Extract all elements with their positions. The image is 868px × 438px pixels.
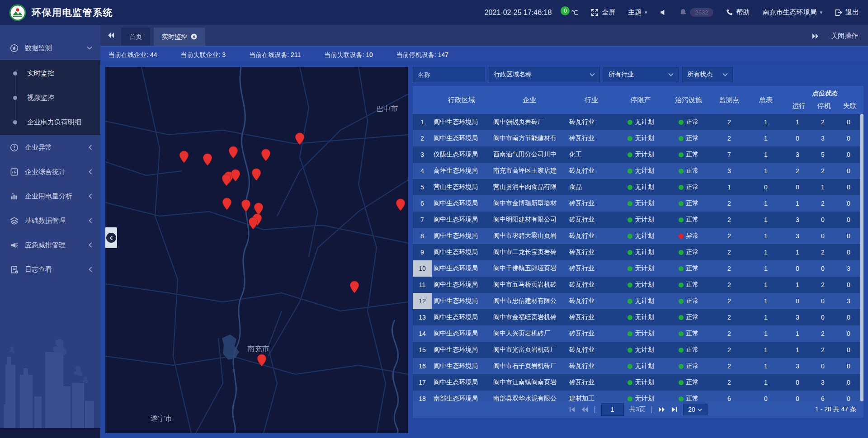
prev-page-button[interactable]	[581, 406, 588, 413]
table-row[interactable]: 6阆中生态环境局阆中市金博瑞新型墙材砖瓦行业无计划正常21120	[413, 195, 863, 212]
pagination-separator: |	[651, 405, 652, 414]
table-row[interactable]: 5营山生态环境局营山县润丰肉食品有限食品无计划正常10010	[413, 179, 863, 195]
map-pin-icon[interactable]	[251, 168, 261, 181]
region-cell: 阆中生态环境局	[432, 260, 491, 277]
region-select[interactable]: 行政区域名称	[489, 67, 600, 82]
close-operations-button[interactable]: 关闭操作	[831, 32, 858, 40]
page-number-input[interactable]	[601, 403, 624, 416]
sidebar-item-data-monitoring[interactable]: 数据监测	[0, 36, 100, 60]
meter-cell: 1	[747, 228, 784, 244]
map-pin-icon[interactable]	[228, 146, 238, 159]
industry-select[interactable]: 所有行业	[604, 67, 679, 82]
map-pin-icon[interactable]	[396, 198, 406, 211]
map-collapse-button[interactable]	[105, 227, 117, 248]
notifications-button[interactable]: 2632	[679, 8, 714, 17]
org-menu[interactable]: 南充市生态环境局 ▾	[762, 8, 822, 17]
tab-close-icon[interactable]	[191, 33, 197, 40]
help-button[interactable]: 帮助	[726, 8, 750, 17]
meter-cell: 0	[747, 179, 784, 195]
lost-count-cell: 0	[835, 130, 862, 146]
sidebar-bottom-strip	[0, 428, 100, 438]
industry-cell: 砖瓦行业	[567, 130, 615, 146]
table-row[interactable]: 7阆中生态环境局阆中明阳建材有限公司砖瓦行业无计划正常21300	[413, 212, 863, 228]
sidebar-submenu-data-monitoring: 实时监控 视频监控 企业电力负荷明细	[0, 60, 100, 135]
row-index-cell: 4	[413, 163, 432, 179]
map-pin-icon[interactable]	[248, 217, 258, 230]
status-dot-green	[627, 201, 632, 206]
company-cell: 西南油气田分公司川中	[491, 146, 567, 163]
table-row[interactable]: 4高坪生态环境局南充市高坪区王家店建砖瓦行业无计划正常31220	[413, 163, 863, 179]
map-pin-icon[interactable]	[222, 174, 231, 186]
points-cell: 2	[711, 244, 747, 260]
table-row[interactable]: 8阆中生态环境局阆中市枣碧大梁山页岩砖瓦行业无计划异常21300	[413, 228, 863, 244]
sound-mute-button[interactable]	[660, 9, 667, 16]
region-cell: 阆中生态环境局	[432, 130, 491, 146]
table-row[interactable]: 10阆中生态环境局阆中千佛镇五郎垭页岩砖瓦行业无计划正常21003	[413, 260, 863, 277]
tab-home[interactable]: 首页	[121, 28, 150, 46]
status-dot-green	[627, 396, 632, 401]
table-row[interactable]: 9阆中生态环境局阆中市二龙长宝页岩砖砖瓦行业无计划正常21120	[413, 244, 863, 260]
stop-count-cell: 3	[811, 130, 835, 146]
industry-cell: 砖瓦行业	[567, 358, 615, 374]
sidebar-item-video-monitoring[interactable]: 视频监控	[0, 85, 100, 110]
stat-item: 当前在线设备:211	[249, 51, 301, 59]
tab-realtime-monitoring[interactable]: 实时监控	[154, 28, 205, 46]
sidebar-item-log-view[interactable]: 日志查看	[0, 257, 100, 282]
tabs-scroll-right-button[interactable]	[812, 33, 819, 39]
map-pin-icon[interactable]	[261, 149, 271, 161]
table-row[interactable]: 15阆中生态环境局阆中市光富页岩机砖厂砖瓦行业无计划正常21120	[413, 342, 863, 358]
status-dot-green	[627, 380, 632, 385]
sidebar-item-base-data[interactable]: 基础数据管理	[0, 208, 100, 233]
next-page-button[interactable]	[658, 406, 665, 413]
page-size-select[interactable]: 20	[683, 404, 708, 415]
fullscreen-button[interactable]: 全屏	[591, 8, 615, 17]
sidebar-item-emergency-reduction[interactable]: 应急减排管理	[0, 233, 100, 257]
theme-menu[interactable]: 主题 ▾	[628, 8, 647, 17]
table-row[interactable]: 1阆中生态环境局阆中强锐页岩砖厂砖瓦行业无计划正常21120	[413, 114, 863, 130]
monitor-table-panel: 行政区域名称 所有行业 所有状态 行政区域 企业 行业 停限产 治污设施 监测点…	[413, 67, 863, 433]
industry-cell: 砖瓦行业	[567, 195, 615, 212]
map-pin-icon[interactable]	[179, 151, 189, 163]
first-page-button[interactable]	[569, 406, 576, 413]
map-pin-icon[interactable]	[257, 354, 267, 367]
sidebar-item-power-analysis[interactable]: 企业用电量分析	[0, 184, 100, 208]
table-scrollbar[interactable]	[860, 114, 863, 401]
table-row[interactable]: 13阆中生态环境局阆中市金福旺页岩机砖砖瓦行业无计划正常21300	[413, 309, 863, 325]
sidebar-item-enterprise-anomaly[interactable]: 企业异常	[0, 135, 100, 160]
table-row[interactable]: 3仪陇生态环境局西南油气田分公司川中化工无计划正常71350	[413, 146, 863, 163]
industry-cell: 砖瓦行业	[567, 114, 615, 130]
table-row[interactable]: 17阆中生态环境局阆中市江南镇阆南页岩砖瓦行业无计划正常21030	[413, 374, 863, 391]
map-pin-icon[interactable]	[295, 132, 305, 145]
status-dot-green	[679, 217, 684, 222]
map-pin-icon[interactable]	[241, 199, 251, 212]
stop-count-cell: 3	[811, 374, 835, 391]
map-pin-icon[interactable]	[349, 281, 359, 293]
column-header-index	[413, 86, 432, 114]
sidebar-item-label: 日志查看	[25, 265, 52, 274]
logout-button[interactable]: 退出	[835, 8, 859, 17]
map-pin-icon[interactable]	[222, 198, 232, 210]
name-search-input[interactable]	[413, 67, 485, 82]
run-count-cell: 0	[784, 130, 811, 146]
sidebar-item-power-load-detail[interactable]: 企业电力负荷明细	[0, 110, 100, 134]
meter-cell: 1	[747, 130, 784, 146]
map-panel[interactable]: 巴中市南充市遂宁市	[105, 67, 408, 433]
table-row[interactable]: 11阆中生态环境局阆中市五马桥页岩机砖砖瓦行业无计划正常21120	[413, 277, 863, 293]
status-select[interactable]: 所有状态	[682, 67, 733, 82]
last-page-button[interactable]	[671, 406, 678, 413]
table-row[interactable]: 14阆中生态环境局阆中大兴页岩机砖厂砖瓦行业无计划正常21120	[413, 325, 863, 342]
table-row[interactable]: 2阆中生态环境局阆中市南方节能建材有砖瓦行业无计划正常21030	[413, 130, 863, 146]
sidebar-item-realtime-monitoring[interactable]: 实时监控	[0, 61, 100, 85]
table-row[interactable]: 18南部生态环境局南部县双华水泥有限公建材加工无计划正常60060	[413, 391, 863, 401]
table-row[interactable]: 16阆中生态环境局阆中市石子页岩机砖厂砖瓦行业无计划正常21300	[413, 358, 863, 374]
row-index-cell: 10	[413, 260, 432, 277]
tabs-scroll-left-button[interactable]	[100, 25, 121, 46]
map-pin-icon[interactable]	[231, 169, 241, 182]
company-cell: 阆中市南方节能建材有	[491, 130, 567, 146]
run-count-cell: 1	[784, 342, 811, 358]
map-pin-icon[interactable]	[203, 153, 212, 166]
sidebar-subitem-label: 实时监控	[27, 69, 54, 78]
limit-status-cell: 无计划	[615, 391, 666, 401]
sidebar-item-enterprise-statistics[interactable]: 企业综合统计	[0, 160, 100, 184]
table-row[interactable]: 12阆中生态环境局阆中市忠信建材有限公砖瓦行业无计划正常21003	[413, 293, 863, 309]
